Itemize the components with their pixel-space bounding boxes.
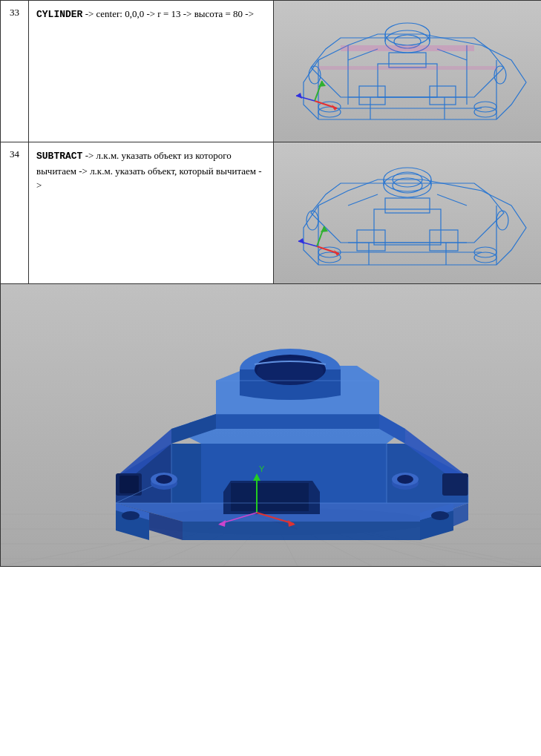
wireframe-svg-34: [274, 142, 541, 283]
table-row-33: 33 CYLINDER -> center: 0,0,0 -> r = 13 -…: [1, 1, 542, 142]
table-row-34: 34 SUBTRACT -> л.к.м. указать объект из …: [1, 142, 542, 284]
render-svg: Y: [1, 284, 541, 566]
text-cell-34: SUBTRACT -> л.к.м. указать объект из кот…: [29, 142, 274, 284]
svg-point-91: [122, 511, 140, 520]
command-params-33: -> center: 0,0,0 -> r = 13 -> высота = 8…: [82, 8, 254, 19]
text-cell-33: CYLINDER -> center: 0,0,0 -> r = 13 -> в…: [29, 1, 274, 142]
viewport-33: [274, 1, 541, 142]
svg-rect-105: [231, 483, 309, 511]
svg-rect-107: [119, 476, 139, 493]
svg-rect-32: [341, 45, 474, 51]
svg-rect-0: [274, 1, 541, 142]
row-number-33: 33: [1, 1, 29, 142]
svg-marker-101: [216, 414, 379, 429]
svg-marker-94: [171, 444, 201, 503]
viewport-cell-33: [274, 1, 542, 142]
table-row-bottom: Y: [1, 284, 542, 567]
svg-point-121: [156, 475, 172, 484]
svg-rect-33: [318, 66, 496, 70]
viewport-cell-34: [274, 142, 542, 284]
bottom-render-cell: Y: [1, 284, 542, 567]
svg-marker-84: [183, 522, 420, 540]
svg-point-92: [431, 511, 449, 520]
main-table: 33 CYLINDER -> center: 0,0,0 -> r = 13 -…: [0, 0, 541, 567]
svg-text:Y: Y: [259, 464, 265, 473]
wireframe-svg-33: [274, 1, 541, 142]
svg-point-124: [397, 475, 413, 484]
viewport-34: [274, 142, 541, 283]
bottom-viewport: Y: [1, 284, 541, 566]
command-keyword-34: SUBTRACT: [36, 151, 82, 162]
svg-rect-108: [442, 473, 468, 496]
row-number-34: 34: [1, 142, 29, 284]
command-keyword-33: CYLINDER: [36, 9, 82, 20]
